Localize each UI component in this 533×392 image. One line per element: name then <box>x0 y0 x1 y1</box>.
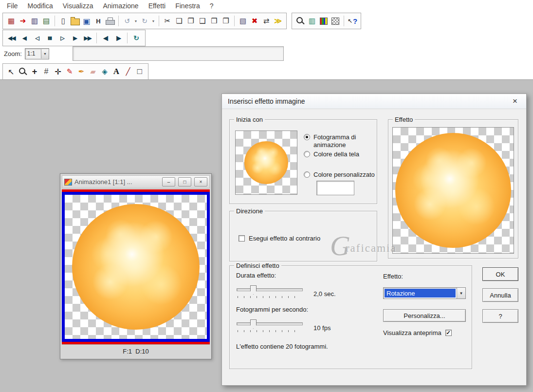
chevron-down-icon[interactable]: ▼ <box>457 288 465 299</box>
menu-file[interactable]: File <box>2 1 23 11</box>
effect-selected-value: Rotazione <box>385 289 456 298</box>
rectangle-tool-icon[interactable]: □ <box>134 66 146 77</box>
preview-checkbox[interactable]: ✓ <box>445 330 452 336</box>
dialog-titlebar[interactable]: Inserisci effetto immagine × <box>222 94 526 109</box>
chevron-down-icon[interactable]: ▼ <box>41 49 49 58</box>
ok-button[interactable]: OK <box>482 267 518 281</box>
zoom-tool-icon[interactable] <box>17 66 29 77</box>
reverse-effect-checkbox[interactable] <box>239 235 245 242</box>
copy-icon[interactable]: ❏ <box>173 15 185 27</box>
fps-slider-thumb[interactable] <box>250 319 257 329</box>
cut-icon[interactable]: ✂ <box>162 15 173 27</box>
annulla-button[interactable]: Annulla <box>482 288 518 302</box>
animation-window-titlebar[interactable]: Animazione1 [1:1] ... – □ × <box>62 175 210 188</box>
paste-after-frame-icon[interactable]: ❐ <box>220 15 232 27</box>
paste-before-frame-icon[interactable]: ❑ <box>197 15 208 27</box>
open-icon[interactable] <box>69 15 81 27</box>
new-icon[interactable]: ▯ <box>57 15 69 27</box>
zoom-preview-icon[interactable] <box>294 15 306 27</box>
brush-tool-icon[interactable]: ✒ <box>75 66 87 77</box>
animation-window-title: Animazione1 [1:1] ... <box>74 178 159 186</box>
play-animation-icon[interactable]: ≫ <box>272 15 284 27</box>
group-effetto: Effetto <box>388 119 518 259</box>
delete-frames-icon[interactable]: ✖ <box>249 15 260 27</box>
menu-effetti[interactable]: Effetti <box>144 1 171 11</box>
toolbar-separator <box>96 33 97 43</box>
radio-fotogramma-label: Fotogramma di animazione <box>313 133 371 149</box>
play-button[interactable]: ▶ <box>69 32 81 44</box>
fps-slider[interactable] <box>237 318 306 333</box>
group-effetto-label: Effetto <box>393 116 415 123</box>
menu-modifica[interactable]: Modifica <box>23 1 58 11</box>
context-help-icon[interactable]: ↖ ? <box>347 15 358 27</box>
pencil-tool-icon[interactable]: ✎ <box>64 66 75 77</box>
redo-history-dropdown-icon[interactable]: ▼ <box>150 15 156 27</box>
fill-tool-icon[interactable]: ◈ <box>99 66 110 77</box>
menu-finestra[interactable]: Finestra <box>170 1 205 11</box>
group-direzione-label: Direzione <box>234 207 265 215</box>
move-tool-icon[interactable]: ✛ <box>52 66 64 77</box>
restore-button[interactable]: □ <box>178 177 191 187</box>
duration-slider-thumb[interactable] <box>250 285 257 295</box>
undo-history-dropdown-icon[interactable]: ▼ <box>133 15 139 27</box>
previous-frame-button[interactable]: ◀| <box>99 32 112 44</box>
swap-frames-icon[interactable]: ⇄ <box>260 15 272 27</box>
line-tool-icon[interactable]: ╱ <box>122 66 134 77</box>
image-transition-icon[interactable]: ▥ <box>29 15 40 27</box>
paste-into-frame-icon[interactable]: ❒ <box>208 15 220 27</box>
goto-start-button[interactable]: ◀◀ <box>5 32 18 44</box>
fps-slider-ticks <box>238 330 301 332</box>
play-reverse-button[interactable]: ◁ <box>31 32 43 44</box>
undo-icon[interactable]: ↺ <box>121 15 133 27</box>
print-icon[interactable] <box>104 15 116 27</box>
help-button[interactable]: ? <box>482 309 518 323</box>
transparency-checker <box>236 131 297 194</box>
dialog-close-icon[interactable]: × <box>510 96 520 106</box>
menu-animazione[interactable]: Animazione <box>98 1 143 11</box>
menu-help[interactable]: ? <box>205 1 219 11</box>
pause-button[interactable]: ▮▮ <box>43 32 56 44</box>
redo-icon[interactable]: ↻ <box>139 15 150 27</box>
text-transition-icon[interactable]: ▤ <box>40 15 52 27</box>
goto-end-button[interactable]: ▶▶ <box>81 32 94 44</box>
custom-color-swatch[interactable] <box>316 181 354 195</box>
close-button[interactable]: × <box>194 177 207 187</box>
loop-button[interactable]: ↻ <box>130 32 143 44</box>
menu-bar: File Modifica Visualizza Animazione Effe… <box>0 0 533 12</box>
transparency-grid-icon[interactable] <box>330 15 341 27</box>
next-frame-button[interactable]: |▶ <box>112 32 125 44</box>
radio-colore-personalizzato[interactable] <box>304 171 310 178</box>
palette-icon[interactable] <box>318 15 330 27</box>
eraser-tool-icon[interactable]: ▰ <box>87 66 99 77</box>
toolbar-standard: ▦ ➔ ▥ ▤ ▯ ▣ H ↺ ▼ ↻ ▼ ✂ ❏ ❐ ❑ ❒ ❐ ▧ ✖ ⇄ … <box>2 13 287 29</box>
menu-visualizza[interactable]: Visualizza <box>58 1 98 11</box>
animation-window: Animazione1 [1:1] ... – □ × F:1 D:10 <box>60 173 212 359</box>
zoom-select[interactable]: 1:1 ▼ <box>25 48 49 59</box>
toolbar-tools: ↖ + # ✛ ✎ ✒ ▰ ◈ A ╱ □ <box>2 63 148 80</box>
personalizza-button[interactable]: Personalizza... <box>383 309 466 322</box>
duration-slider[interactable] <box>237 284 306 299</box>
insert-frames-icon[interactable]: ▧ <box>237 15 249 27</box>
minimize-button[interactable]: – <box>162 177 175 187</box>
animation-properties-icon[interactable]: H <box>92 15 104 27</box>
save-icon[interactable]: ▣ <box>81 15 92 27</box>
play-step-button[interactable]: ▷ <box>56 32 69 44</box>
view-animation-icon[interactable]: ▥ <box>306 15 318 27</box>
fps-label: Fotogrammi per secondo: <box>236 306 308 313</box>
effect-select[interactable]: Rotazione ▼ <box>383 287 466 299</box>
toolbar-separator <box>55 16 55 26</box>
crop-tool-icon[interactable]: # <box>40 66 52 77</box>
text-tool-icon[interactable]: A <box>110 66 122 77</box>
toolbar-zoom: Zoom: 1:1 ▼ <box>4 46 284 61</box>
reverse-effect-label: Esegui effetto al contrario <box>249 235 320 242</box>
step-back-button[interactable]: ◀ <box>18 32 31 44</box>
banner-wizard-icon[interactable]: ➔ <box>17 15 29 27</box>
paste-as-new-animation-icon[interactable]: ❐ <box>185 15 197 27</box>
radio-colore-tela[interactable] <box>304 151 310 157</box>
frame-canvas[interactable] <box>62 192 210 342</box>
animation-wizard-icon[interactable]: ▦ <box>5 15 17 27</box>
registration-tool-icon[interactable]: + <box>29 66 40 77</box>
group-definisci-label: Definisci effetto <box>234 262 281 269</box>
radio-fotogramma-animazione[interactable] <box>304 134 310 140</box>
select-tool-icon[interactable]: ↖ <box>5 66 17 77</box>
